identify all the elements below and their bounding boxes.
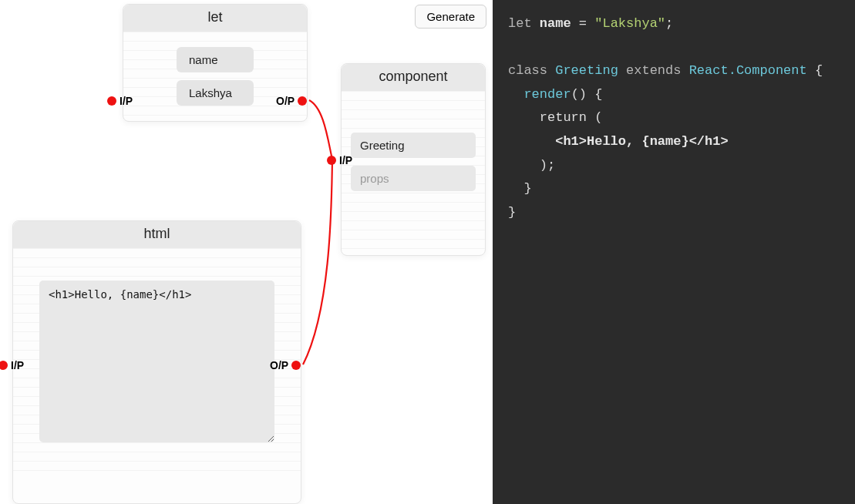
code-token: } — [508, 181, 532, 196]
port-let-input[interactable]: I/P — [107, 95, 133, 107]
node-canvas[interactable]: Generate let name Lakshya I/P O/P html — [0, 0, 493, 504]
port-component-input[interactable]: I/P — [327, 154, 352, 166]
node-html-body — [13, 248, 301, 478]
component-name-field[interactable]: Greeting — [351, 133, 476, 158]
port-label: O/P — [276, 95, 295, 107]
port-html-input[interactable]: I/P — [0, 359, 24, 371]
code-token: return ( — [508, 110, 602, 125]
let-name-field[interactable]: name — [177, 47, 254, 72]
node-let-body: name Lakshya — [123, 32, 307, 121]
let-value-field[interactable]: Lakshya — [177, 80, 254, 106]
port-label: I/P — [11, 359, 24, 371]
code-token: "Lakshya" — [594, 16, 665, 31]
port-let-output[interactable]: O/P — [276, 95, 307, 107]
port-dot-icon — [298, 96, 307, 106]
component-props-field[interactable]: props — [351, 166, 476, 191]
node-html-title: html — [13, 221, 301, 248]
code-token: render — [523, 87, 571, 102]
port-label: I/P — [119, 95, 133, 107]
code-token: name — [540, 16, 571, 31]
code-token: = — [571, 16, 595, 31]
port-html-output[interactable]: O/P — [270, 359, 301, 371]
code-token: ); — [508, 158, 555, 173]
port-label: O/P — [270, 359, 288, 371]
port-label: I/P — [339, 154, 352, 166]
wire-let-to-component — [309, 100, 332, 160]
port-dot-icon — [107, 96, 116, 106]
port-dot-icon — [0, 361, 8, 370]
generate-button[interactable]: Generate — [415, 5, 486, 29]
code-token: <h1>Hello, {name}</h1> — [508, 134, 729, 149]
spacer — [351, 103, 476, 125]
code-token: class — [508, 63, 547, 78]
node-component[interactable]: component Greeting props — [341, 63, 486, 256]
port-dot-icon — [327, 156, 336, 165]
code-token: ; — [665, 16, 673, 31]
app-root: Generate let name Lakshya I/P O/P html — [0, 0, 855, 504]
node-component-body: Greeting props — [342, 91, 485, 254]
node-html[interactable]: html — [12, 220, 301, 504]
code-token: extends — [618, 63, 682, 78]
code-token — [508, 87, 523, 102]
code-token: React.Component — [681, 63, 806, 78]
node-let-title: let — [123, 5, 307, 32]
port-dot-icon — [291, 361, 301, 370]
node-component-title: component — [342, 64, 485, 91]
code-token: } — [508, 205, 516, 220]
code-token: () { — [571, 87, 603, 102]
code-token: let — [508, 16, 532, 31]
wire-html-to-component — [303, 160, 332, 365]
html-content-textarea[interactable] — [39, 281, 274, 442]
code-output-pane: let name = "Lakshya"; class Greeting ext… — [493, 0, 855, 504]
code-token: Greeting — [547, 63, 618, 78]
code-token: { — [807, 63, 823, 78]
